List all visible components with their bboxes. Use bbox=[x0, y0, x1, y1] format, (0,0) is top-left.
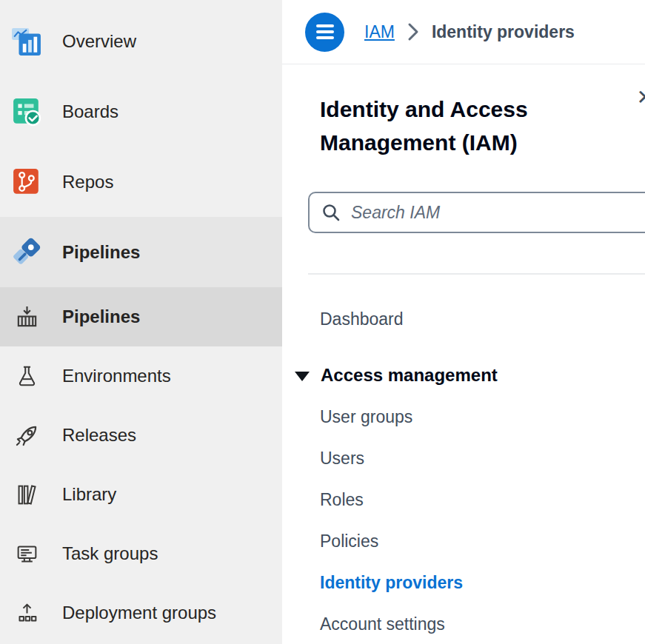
nav-item-roles[interactable]: Roles bbox=[295, 479, 645, 520]
environments-icon bbox=[11, 360, 42, 392]
boards-icon bbox=[11, 96, 42, 127]
sidebar-item-overview[interactable]: Overview bbox=[0, 6, 282, 76]
hamburger-icon bbox=[316, 24, 334, 27]
nav-item-label: User groups bbox=[320, 407, 412, 427]
iam-panel: IAM Identity providers Identity and Acce… bbox=[282, 0, 645, 644]
triangle-down-icon bbox=[295, 372, 310, 381]
iam-top-bar: IAM Identity providers bbox=[282, 0, 645, 64]
search-box[interactable] bbox=[308, 192, 645, 233]
breadcrumb-link-iam[interactable]: IAM bbox=[364, 22, 395, 42]
nav-item-label: Account settings bbox=[320, 614, 445, 634]
repos-icon bbox=[11, 167, 42, 198]
sidebar-item-label: Deployment groups bbox=[62, 603, 216, 623]
azure-devops-sidebar: Overview Boards Repos bbox=[0, 0, 282, 644]
sidebar-item-label: Boards bbox=[62, 101, 118, 122]
nav-item-user-groups[interactable]: User groups bbox=[295, 396, 645, 437]
sidebar-item-pipelines[interactable]: Pipelines bbox=[0, 217, 282, 287]
nav-item-label: Identity providers bbox=[320, 573, 463, 593]
nav-item-identity-providers[interactable]: Identity providers bbox=[295, 562, 645, 603]
deployment-groups-icon bbox=[11, 597, 42, 628]
sidebar-item-environments[interactable]: Environments bbox=[0, 346, 282, 406]
nav-item-account-settings[interactable]: Account settings bbox=[295, 603, 645, 644]
overview-icon bbox=[11, 26, 42, 57]
sidebar-item-label: Releases bbox=[62, 425, 136, 446]
chevron-right-icon bbox=[407, 22, 419, 41]
nav-section-access-management[interactable]: Access management bbox=[295, 355, 645, 396]
task-groups-icon bbox=[11, 538, 42, 569]
releases-icon bbox=[11, 420, 42, 451]
nav-item-dashboard[interactable]: Dashboard bbox=[295, 298, 645, 340]
pipelines-icon bbox=[11, 237, 42, 268]
breadcrumb-current: Identity providers bbox=[432, 22, 575, 42]
section-divider bbox=[308, 273, 645, 275]
sidebar-item-library[interactable]: Library bbox=[0, 465, 282, 524]
pipelines-classic-icon bbox=[11, 301, 42, 332]
breadcrumb: IAM Identity providers bbox=[364, 22, 575, 42]
search-icon bbox=[321, 203, 341, 222]
hamburger-menu-button[interactable] bbox=[305, 13, 344, 52]
nav-item-label: Dashboard bbox=[320, 309, 404, 329]
nav-item-label: Policies bbox=[320, 531, 378, 551]
sidebar-item-releases[interactable]: Releases bbox=[0, 406, 282, 465]
iam-content: Identity and Access Management (IAM) ✕ D… bbox=[282, 64, 645, 644]
nav-item-users[interactable]: Users bbox=[295, 437, 645, 479]
sidebar-item-label: Task groups bbox=[62, 543, 158, 564]
page-title: Identity and Access Management (IAM) bbox=[320, 93, 594, 159]
sidebar-item-repos[interactable]: Repos bbox=[0, 147, 282, 217]
sidebar-item-label: Repos bbox=[62, 172, 113, 192]
nav-item-policies[interactable]: Policies bbox=[295, 520, 645, 562]
sidebar-item-label: Environments bbox=[62, 366, 171, 386]
search-input[interactable] bbox=[351, 203, 642, 223]
sidebar-item-label: Overview bbox=[62, 31, 136, 52]
sidebar-item-deployment-groups[interactable]: Deployment groups bbox=[0, 583, 282, 643]
sidebar-item-task-groups[interactable]: Task groups bbox=[0, 524, 282, 583]
sidebar-item-label: Pipelines bbox=[62, 306, 140, 327]
nav-item-label: Users bbox=[320, 449, 364, 469]
nav-section-label: Access management bbox=[321, 365, 498, 386]
sidebar-item-label: Library bbox=[62, 484, 116, 505]
iam-nav: Dashboard Access management User groups … bbox=[295, 298, 645, 644]
close-icon[interactable]: ✕ bbox=[637, 85, 645, 110]
sidebar-item-pipelines-classic[interactable]: Pipelines bbox=[0, 287, 282, 346]
sidebar-item-label: Pipelines bbox=[62, 242, 140, 263]
library-icon bbox=[11, 479, 42, 510]
sidebar-item-boards[interactable]: Boards bbox=[0, 76, 282, 147]
nav-item-label: Roles bbox=[320, 490, 364, 510]
